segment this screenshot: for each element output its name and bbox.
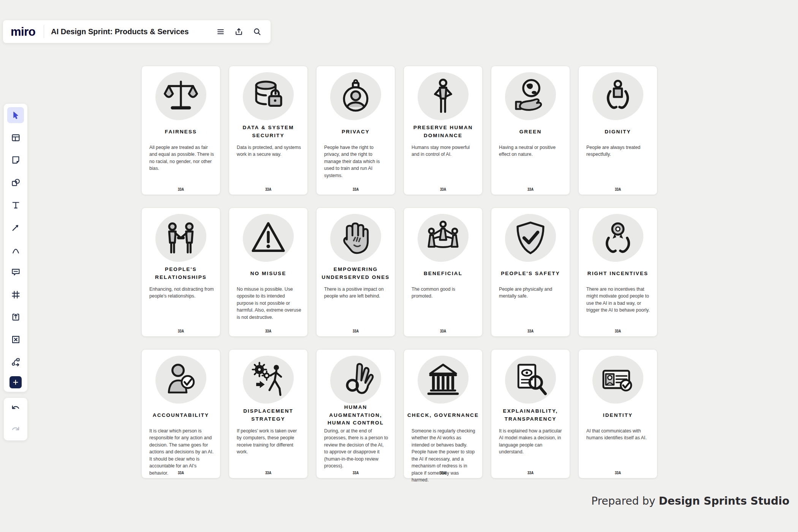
card[interactable]: Fairness All people are treated as fair … (141, 66, 220, 195)
sidebar-item-arrow[interactable] (7, 219, 24, 235)
sidebar-item-templates[interactable] (7, 130, 24, 146)
redo-button[interactable] (7, 422, 24, 437)
connector-icon (11, 357, 21, 367)
card-title: Identity (582, 406, 654, 425)
card[interactable]: Data & System Security Data is protected… (229, 66, 308, 195)
card-description: Humans stay more powerful and in control… (412, 144, 476, 158)
scale-icon (161, 76, 201, 116)
sidebar-item-select[interactable] (7, 107, 24, 123)
history-panel (4, 398, 27, 440)
card-description: The common good is promoted. (412, 286, 476, 300)
sidebar-item-reset[interactable] (7, 331, 24, 347)
card-icon (248, 76, 288, 116)
card-footer-logo: 33A (150, 329, 212, 333)
card-footer-logo: 33A (325, 187, 387, 192)
card[interactable]: Human Augmentation, Human Control During… (316, 349, 395, 478)
sidebar-item-frame[interactable] (7, 287, 24, 302)
sidebar-item-add-tools[interactable] (10, 376, 22, 388)
anonymous-user-icon (336, 76, 376, 116)
sidebar-item-connector[interactable] (7, 354, 24, 370)
card-title: Empowering Underserved Ones (320, 264, 392, 283)
card-footer-logo: 33A (325, 329, 387, 333)
card-icon (510, 218, 551, 258)
card-footer-logo: 33A (412, 470, 475, 475)
government-building-icon (423, 359, 463, 400)
card[interactable]: Check, Governance Someone is regularly c… (404, 349, 483, 478)
helping-hand-icon (336, 218, 376, 258)
card[interactable]: No Misuse No misuse is possible. Use opp… (229, 207, 308, 337)
card-description: Data is protected, and systems work in a… (237, 144, 301, 158)
card-description: There is a positive impact on people who… (324, 286, 389, 300)
card-icon (161, 359, 201, 400)
comment-icon (11, 267, 21, 277)
card[interactable]: People's Relationships Enhancing, not di… (141, 207, 220, 337)
card-description: People are physically and mentally safe. (499, 286, 564, 300)
sidebar-item-upload[interactable] (7, 309, 24, 325)
card-footer-logo: 33A (499, 470, 562, 475)
ok-hand-icon (336, 359, 376, 400)
card-footer-logo: 33A (150, 470, 212, 475)
card[interactable]: Right Incentives There are no incentives… (578, 207, 657, 337)
miro-logo[interactable]: miro (11, 26, 35, 38)
card-title: People's Relationships (145, 264, 217, 283)
toolbar-actions (213, 24, 264, 39)
text-icon (11, 200, 21, 210)
shapes-icon (11, 177, 21, 188)
card-footer-logo: 33A (412, 329, 475, 333)
card-footer-logo: 33A (237, 470, 300, 475)
sidebar-item-comment[interactable] (7, 264, 24, 280)
card[interactable]: Beneficial The common good is promoted. … (404, 207, 483, 337)
sidebar-item-pen[interactable] (7, 242, 24, 258)
export-button[interactable] (231, 24, 246, 39)
export-icon (234, 27, 244, 36)
handshake-people-icon (161, 218, 201, 258)
card[interactable]: Empowering Underserved Ones There is a p… (316, 207, 395, 337)
card-icon (161, 218, 201, 258)
card-description: It is clear which person is responsible … (149, 428, 214, 477)
menu-button[interactable] (213, 24, 228, 39)
card[interactable]: Displacement Strategy If peoples' work i… (229, 349, 308, 478)
search-icon (252, 27, 262, 36)
card-icon (336, 76, 376, 116)
card-footer-logo: 33A (150, 187, 212, 192)
arrow-icon (11, 222, 21, 233)
person-check-icon (161, 359, 201, 400)
card-icon (161, 76, 201, 116)
card[interactable]: People's Safety People are physically an… (491, 207, 570, 337)
card-title: Displacement Strategy (232, 406, 304, 425)
card[interactable]: Dignity People are always treated respec… (578, 66, 657, 195)
board-title[interactable]: AI Design Sprint: Products & Services (51, 27, 188, 36)
card-description: All people are treated as fair and equal… (149, 144, 214, 172)
search-button[interactable] (249, 24, 264, 39)
attribution-studio: Design Sprints Studio (659, 495, 790, 507)
miro-board-canvas[interactable]: miro AI Design Sprint: Products & Servic… (0, 0, 798, 532)
undo-icon (11, 404, 21, 413)
tool-sidebar (4, 104, 27, 392)
card-title: Privacy (320, 122, 392, 141)
card-footer-logo: 33A (587, 470, 649, 475)
undo-button[interactable] (7, 401, 24, 416)
card-title: Dignity (582, 122, 654, 141)
card-title: Right Incentives (582, 264, 654, 283)
top-toolbar: miro AI Design Sprint: Products & Servic… (3, 20, 271, 43)
card[interactable]: Explainability, Transparency It is expla… (491, 349, 570, 478)
sidebar-item-text[interactable] (7, 197, 24, 213)
card-title: Data & System Security (232, 122, 304, 141)
card[interactable]: Preserve Human Dominance Humans stay mor… (404, 66, 483, 195)
card[interactable]: Accountability It is clear which person … (141, 349, 220, 478)
card-title: Human Augmentation, Human Control (320, 406, 392, 425)
card[interactable]: Identity AI that communicates with human… (578, 349, 657, 478)
card-title: Accountability (145, 406, 217, 425)
sidebar-item-sticky-note[interactable] (7, 152, 24, 168)
card-icon (336, 359, 376, 400)
card[interactable]: Privacy People have the right to privacy… (316, 66, 395, 195)
card-description: There are no incentives that might motiv… (586, 286, 651, 314)
sidebar-item-shapes[interactable] (7, 174, 24, 190)
card-icon (598, 359, 638, 400)
community-circle-icon (423, 218, 463, 258)
card-icon (423, 218, 463, 258)
card-icon (510, 359, 551, 400)
pen-icon (11, 245, 21, 255)
card-footer-logo: 33A (499, 329, 562, 333)
card[interactable]: Green Having a neutral or positive effec… (491, 66, 570, 195)
